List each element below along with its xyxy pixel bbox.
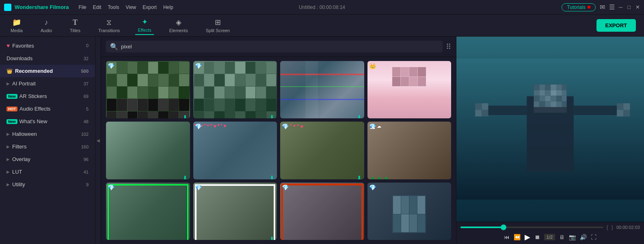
- gem-badge-pb6: 💎: [282, 184, 289, 191]
- menu-export[interactable]: Export: [143, 4, 157, 10]
- effect-card-pixel-block5[interactable]: 💎 ⬇ Pixel Block Pack Overlay ...: [193, 183, 277, 240]
- tutorials-notification-dot: [588, 6, 590, 9]
- expand-icon-6: ▶: [6, 182, 10, 187]
- tutorials-button[interactable]: Tutorials: [562, 3, 596, 11]
- svg-rect-17: [545, 96, 551, 101]
- end-bracket-icon: }: [612, 224, 613, 230]
- heart-icon: ♥: [6, 42, 10, 49]
- svg-rect-16: [539, 96, 545, 101]
- sidebar-item-recommended[interactable]: 👑 Recommended 500: [0, 65, 95, 77]
- effect-card-espionage[interactable]: 💎 Espionage: [367, 183, 452, 240]
- titles-icon: T: [73, 18, 78, 27]
- toolbar-split-screen[interactable]: ⊞ Split Screen: [203, 16, 232, 35]
- effect-card-pixelate2[interactable]: 💎 ⬇ Pixelate 2: [193, 61, 277, 118]
- menu-view[interactable]: View: [125, 4, 136, 10]
- toolbar-media[interactable]: 📁 Media: [8, 16, 25, 35]
- menu-edit[interactable]: Edit: [93, 4, 102, 10]
- svg-rect-15: [534, 96, 540, 101]
- effect-thumb-pixel-block5: 💎 ⬇: [193, 183, 277, 240]
- search-bar: 🔍 ⠿: [101, 37, 456, 57]
- toolbar-effects[interactable]: ✦ Effects: [135, 16, 153, 35]
- expand-icon-5: ▶: [6, 170, 10, 174]
- expand-icon-2: ▶: [6, 132, 10, 136]
- svg-rect-23: [545, 101, 551, 107]
- screen-icon[interactable]: 🖥: [559, 234, 565, 240]
- effect-card-pixel-block2[interactable]: ♥♥ ♥♥ ♥♥ 💎 ⬇ Pixel Block Pack Overlay ..…: [280, 122, 364, 179]
- maximize-button[interactable]: □: [627, 4, 631, 10]
- sidebar-item-utility[interactable]: ▶ Utility 9: [0, 178, 95, 191]
- stop-button[interactable]: ⏹: [534, 234, 540, 240]
- mail-icon[interactable]: ✉: [600, 3, 605, 11]
- search-input-wrap: 🔍: [106, 41, 443, 52]
- expand-icon-3: ▶: [6, 144, 10, 149]
- crown-icon: 👑: [6, 68, 13, 74]
- effect-card-pixel-block1[interactable]: ♥♥ ♥♥ ♥♥ ♥♥ ♥♥ 💎 ⬇ Pixel Block Pack Over…: [193, 122, 277, 179]
- toolbar-audio[interactable]: ♪ Audio: [38, 17, 54, 35]
- search-input[interactable]: [121, 44, 439, 50]
- app-name: Wondershare Filmora: [15, 4, 69, 10]
- menu-file[interactable]: File: [78, 4, 86, 10]
- volume-icon[interactable]: 🔊: [580, 234, 587, 240]
- export-button[interactable]: EXPORT: [596, 19, 636, 32]
- sidebar-item-filters[interactable]: ▶ Filters 160: [0, 140, 95, 153]
- menu-tools[interactable]: Tools: [108, 4, 119, 10]
- camera-icon[interactable]: 📷: [569, 234, 576, 240]
- effect-thumb-pixel-block3: ☁ ☁ 🌲 🌲 🌲 💎: [367, 122, 452, 179]
- effect-thumb-pixelate2: 💎 ⬇: [193, 61, 277, 118]
- play-button[interactable]: ▶: [525, 233, 530, 242]
- step-back-button[interactable]: ⏮: [504, 234, 510, 240]
- grid-toggle-icon[interactable]: ⠿: [446, 42, 451, 51]
- effect-card-pixelate[interactable]: 💎 ⬇ Pixelate: [106, 61, 190, 118]
- preview-controls: { } 00:00:02:03 ⏮ ⏪ ▶ ⏹ 1/2 🖥 📷 🔊 ⛶: [456, 222, 644, 244]
- effect-card-pixel-block4[interactable]: 💎 Pixel Block Pack Overlay ...: [106, 183, 190, 240]
- fullscreen-icon[interactable]: ⛶: [591, 234, 596, 240]
- effect-card-pixel-block6[interactable]: 💎 Pixel Block Pack Overlay ...: [280, 183, 364, 240]
- sidebar-item-downloads[interactable]: Downloads 32: [0, 52, 95, 65]
- svg-rect-36: [623, 110, 630, 116]
- toolbar-transitions[interactable]: ⧖ Transitions: [96, 17, 122, 35]
- playback-controls: ⏮ ⏪ ▶ ⏹ 1/2 🖥 📷 🔊 ⛶: [460, 233, 640, 242]
- gem-badge-pb3: 💎: [369, 123, 376, 130]
- sidebar-item-halloween[interactable]: ▶ Halloween 102: [0, 128, 95, 140]
- progress-handle[interactable]: [501, 224, 506, 230]
- svg-rect-28: [574, 106, 621, 115]
- effect-card-pixel-block3[interactable]: ☁ ☁ 🌲 🌲 🌲 💎 Pixel Block Pack Overlay ...: [367, 122, 452, 179]
- preview-video: [456, 37, 644, 222]
- sidebar-item-ar-stickers[interactable]: New AR Stickers 69: [0, 90, 95, 102]
- expand-icon: ▶: [6, 81, 10, 86]
- sidebar-collapse-toggle[interactable]: ◀: [95, 37, 101, 244]
- download-icon-pb5: ⬇: [269, 235, 274, 240]
- svg-rect-10: [539, 90, 545, 96]
- toolbar-titles[interactable]: T Titles: [67, 17, 83, 35]
- frame-back-button[interactable]: ⏪: [514, 234, 521, 240]
- time-display: 00:00:02:03: [616, 225, 640, 230]
- collapse-arrow-icon: ◀: [97, 138, 100, 143]
- sidebar-item-overlay[interactable]: ▶ Overlay 96: [0, 153, 95, 166]
- sidebar-item-ai-portrait[interactable]: ▶ AI Portrait 37: [0, 77, 95, 90]
- split-screen-icon: ⊞: [215, 18, 221, 27]
- sidebar-item-whats-new[interactable]: New What's New 48: [0, 115, 95, 128]
- minimize-button[interactable]: ─: [619, 4, 622, 10]
- svg-rect-12: [551, 90, 556, 96]
- start-bracket-icon: {: [607, 224, 608, 230]
- gem-badge-pb4: 💎: [108, 184, 115, 191]
- speed-selector[interactable]: 1/2: [544, 234, 555, 240]
- effect-card-human-pixelate[interactable]: 👑 Human Pixelate: [367, 61, 452, 118]
- list-icon[interactable]: ☰: [609, 3, 615, 11]
- download-icon-glitch: ⬇: [357, 114, 362, 118]
- effects-grid: 💎 ⬇ Pixelate 💎 ⬇: [101, 57, 456, 244]
- svg-rect-24: [551, 101, 556, 107]
- toolbar-elements[interactable]: ◈ Elements: [167, 16, 190, 35]
- toolbar: 📁 Media ♪ Audio T Titles ⧖ Transitions ✦…: [0, 15, 644, 37]
- svg-rect-21: [534, 101, 540, 107]
- close-button[interactable]: ✕: [635, 4, 640, 10]
- menu-help[interactable]: Help: [163, 4, 173, 10]
- effect-card-pixelated-edges[interactable]: ⬇ Pixelated Edges: [106, 122, 190, 179]
- progress-track[interactable]: [460, 227, 603, 228]
- gem-badge-pb1: 💎: [195, 123, 202, 130]
- effect-card-glitch[interactable]: ⬇ Glitch Pixels: [280, 61, 364, 118]
- sidebar-item-favorites[interactable]: ♥ Favorites 0: [0, 39, 95, 52]
- app-logo: [4, 4, 11, 11]
- sidebar-item-audio-effects[interactable]: HOT Audio Effects 5: [0, 102, 95, 115]
- sidebar-item-lut[interactable]: ▶ LUT 41: [0, 166, 95, 178]
